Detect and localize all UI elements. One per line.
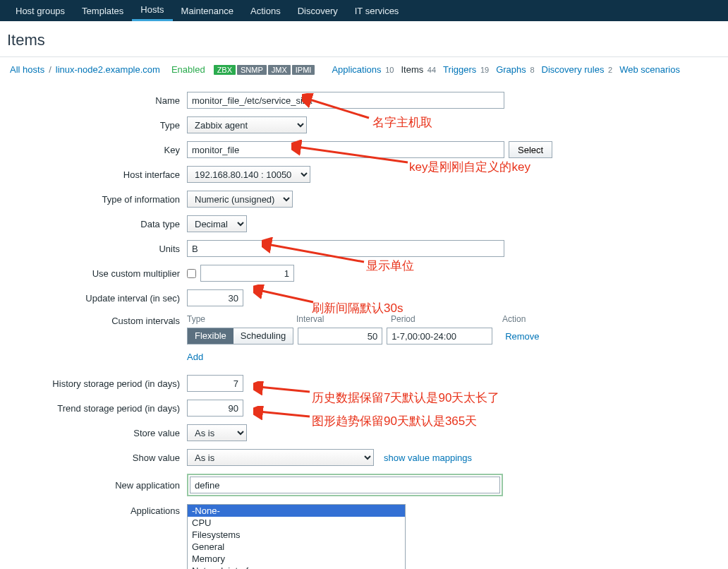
label-store-value: Store value — [0, 428, 187, 438]
topnav-item-host-groups[interactable]: Host groups — [7, 0, 73, 21]
label-trend: Trend storage period (in days) — [0, 403, 187, 414]
multiplier-input — [200, 265, 294, 282]
name-input[interactable] — [187, 92, 504, 109]
badge-snmp: SNMP — [237, 65, 267, 75]
topnav-item-templates[interactable]: Templates — [73, 0, 132, 21]
trend-input[interactable] — [187, 400, 243, 417]
label-type-info: Type of information — [0, 194, 187, 205]
app-option[interactable]: Memory — [188, 553, 405, 565]
new-app-input[interactable] — [190, 477, 500, 493]
label-units: Units — [0, 244, 187, 254]
tab-items[interactable]: Items 44 — [401, 64, 436, 75]
app-option[interactable]: Network interfaces — [188, 565, 405, 569]
type-select[interactable]: Zabbix agent — [187, 116, 307, 133]
sub-nav: All hosts / linux-node2.example.com Enab… — [0, 57, 728, 82]
host-interface-select[interactable]: 192.168.80.140 : 10050 — [187, 166, 310, 183]
ci-period-input[interactable] — [387, 328, 492, 345]
store-value-select[interactable]: As is — [187, 424, 247, 441]
ci-head-interval: Interval — [296, 314, 391, 324]
app-option[interactable]: Filesystems — [188, 529, 405, 541]
use-mult-checkbox[interactable] — [187, 269, 196, 278]
topnav-item-it-services[interactable]: IT services — [346, 0, 408, 21]
label-applications: Applications — [0, 504, 187, 516]
all-hosts-link[interactable]: All hosts — [10, 64, 44, 75]
update-interval-input[interactable] — [187, 289, 243, 306]
label-new-app: New application — [0, 480, 187, 491]
app-option[interactable]: -None- — [188, 505, 405, 517]
select-button[interactable]: Select — [509, 141, 552, 158]
show-value-mappings-link[interactable]: show value mappings — [384, 453, 472, 463]
ci-tab-scheduling[interactable]: Scheduling — [233, 328, 293, 344]
data-type-select[interactable]: Decimal — [187, 215, 247, 232]
ci-add-link[interactable]: Add — [187, 352, 203, 362]
topnav-item-hosts[interactable]: Hosts — [132, 0, 172, 21]
ci-remove-link[interactable]: Remove — [505, 331, 539, 342]
app-option[interactable]: CPU — [188, 517, 405, 529]
proto-badges: ZBXSNMPJMXIPMI — [214, 65, 315, 75]
label-update-interval: Update interval (in sec) — [0, 293, 187, 304]
label-show-value: Show value — [0, 453, 187, 463]
topnav-item-maintenance[interactable]: Maintenance — [173, 0, 242, 21]
custom-intervals-box: Type Interval Period Action Flexible Sch… — [187, 314, 540, 362]
ci-head-period: Period — [391, 314, 502, 324]
tab-applications[interactable]: Applications 10 — [332, 64, 394, 75]
units-input[interactable] — [187, 240, 504, 257]
enabled-status: Enabled — [171, 64, 205, 75]
badge-zbx: ZBX — [214, 65, 236, 75]
topnav-item-discovery[interactable]: Discovery — [289, 0, 346, 21]
ci-tab-flexible[interactable]: Flexible — [188, 328, 233, 344]
ci-interval-input[interactable] — [298, 328, 382, 345]
label-custom-intervals: Custom intervals — [0, 314, 187, 326]
tab-discovery-rules[interactable]: Discovery rules 2 — [542, 64, 613, 75]
applications-select[interactable]: -None-CPUFilesystemsGeneralMemoryNetwork… — [187, 504, 406, 569]
label-history: History storage period (in days) — [0, 378, 187, 389]
tab-graphs[interactable]: Graphs 8 — [496, 64, 534, 75]
ci-head-action: Action — [502, 314, 526, 324]
host-link[interactable]: linux-node2.example.com — [56, 64, 160, 75]
ci-head-type: Type — [187, 314, 296, 324]
key-input[interactable] — [187, 141, 504, 158]
ci-type-tabs: Flexible Scheduling — [187, 328, 293, 345]
type-info-select[interactable]: Numeric (unsigned) — [187, 191, 293, 208]
badge-ipmi: IPMI — [292, 65, 315, 75]
item-form: Name Type Zabbix agent Key Select Host i… — [0, 82, 728, 569]
label-data-type: Data type — [0, 219, 187, 229]
label-key: Key — [0, 145, 187, 155]
breadcrumb-sep: / — [49, 64, 51, 75]
new-app-highlight — [187, 474, 503, 496]
label-name: Name — [0, 95, 187, 106]
show-value-select[interactable]: As is — [187, 449, 374, 466]
topnav-item-actions[interactable]: Actions — [242, 0, 289, 21]
label-host-interface: Host interface — [0, 169, 187, 180]
badge-jmx: JMX — [268, 65, 291, 75]
app-option[interactable]: General — [188, 541, 405, 553]
tab-web-scenarios[interactable]: Web scenarios — [619, 64, 680, 75]
history-input[interactable] — [187, 375, 243, 392]
top-nav: Host groupsTemplatesHostsMaintenanceActi… — [0, 0, 728, 21]
tab-triggers[interactable]: Triggers 19 — [443, 64, 489, 75]
label-use-mult: Use custom multiplier — [0, 268, 187, 279]
label-type: Type — [0, 120, 187, 131]
page-title: Items — [0, 21, 728, 57]
